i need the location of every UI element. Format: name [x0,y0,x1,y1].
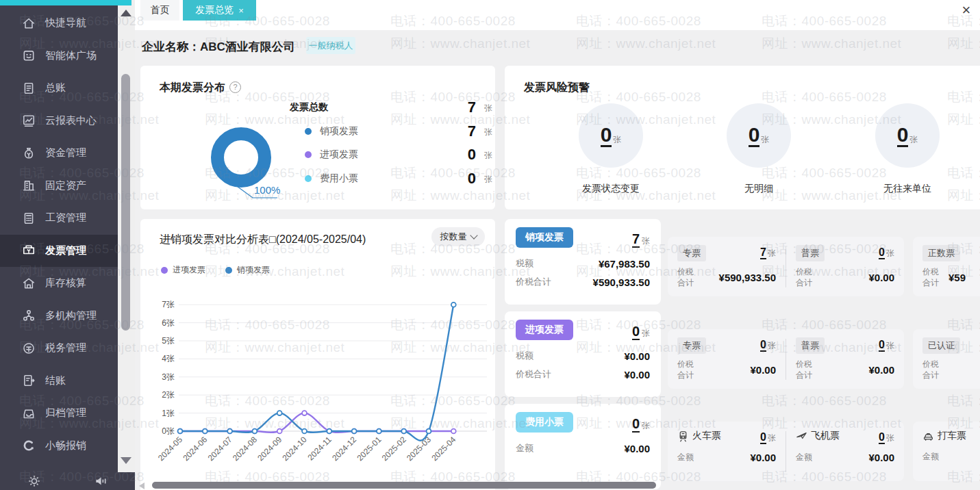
legend-dot-icon [305,175,312,182]
donut-percent-label: 100% [254,184,280,196]
sidebar-item-label: 智能体广场 [45,49,97,62]
extra-card-正数票: 正数票价税合计¥59 [913,237,980,296]
sidebar-item-label: 税务管理 [45,341,86,354]
sidebar-item-多机构管理[interactable]: 多机构管理 [0,300,118,333]
count-link[interactable]: 0 [879,246,885,259]
scroll-down-icon[interactable] [121,457,131,464]
company-name: 企业名称：ABC酒业有限公司 [142,39,295,55]
sidebar-item-label: 快捷导航 [45,16,86,29]
tab-close-icon[interactable]: × [238,5,244,16]
risk-circle: 0张 [875,103,940,168]
sidebar-item-label: 工资管理 [45,211,86,224]
sidebar-item-label: 归档管理 [45,407,86,420]
tab-home[interactable]: 首页 [140,0,179,21]
svg-text:3张: 3张 [162,372,175,382]
risk-count[interactable]: 0 [897,124,909,148]
risk-count[interactable]: 0 [601,124,612,148]
risk-item-无往来单位: 0张无往来单位 [856,103,959,195]
tab-bar [135,0,980,30]
type-button[interactable]: 进项发票 [516,320,573,340]
svg-text:2024-05: 2024-05 [156,435,184,463]
invoice-row-销项发票: 销项发票7张税额¥67,983.50价税合计¥590,933.50专票7张价税合… [505,219,980,305]
reimburse-icon [22,439,36,452]
legend-row-费用小票[interactable]: 费用小票0张 [305,170,476,187]
sidebar-item-结账[interactable]: 结账 [0,365,118,398]
sub-col-专票: 专票0张价税合计¥0.00 [668,329,786,389]
count-link[interactable]: 0 [760,431,766,444]
mute-speaker-icon[interactable] [94,474,108,488]
tax-icon [22,341,36,355]
badge-专票: 专票 [677,245,706,261]
horizontal-scrollbar-thumb[interactable] [152,482,656,489]
sidebar-item-小畅报销[interactable]: 小畅报销 [0,430,118,463]
risk-count[interactable]: 0 [749,124,760,148]
count-link[interactable]: 0 [879,339,885,352]
sidebar-item-云报表中心[interactable]: 云报表中心 [0,105,118,138]
risk-title: 发票风险预警 [524,81,590,95]
multi-org-icon [22,309,36,322]
invoice-row-进项发票: 进项发票0张税额¥0.00价税合计¥0.00专票0张价税合计¥0.00普票0张价… [505,311,980,397]
svg-text:2024-11: 2024-11 [306,435,334,463]
sidebar-item-label: 结账 [45,374,66,387]
svg-text:7张: 7张 [162,300,175,309]
chevron-down-icon [470,231,477,239]
svg-text:2024-06: 2024-06 [181,435,209,463]
invoice-icon [22,244,36,257]
type-button[interactable]: 费用小票 [516,412,573,433]
sidebar-item-label: 固定资产 [45,179,86,192]
sidebar-item-智能体广场[interactable]: 智能体广场 [0,40,118,73]
sidebar-item-label: 资金管理 [45,146,86,159]
settings-gear-icon[interactable] [27,474,41,488]
hscroll-left-icon[interactable] [139,482,145,489]
sidebar-item-库存核算[interactable]: 库存核算 [0,267,118,300]
risk-item-发票状态变更: 0张发票状态变更 [560,103,662,195]
sidebar-scrollbar-thumb[interactable] [121,74,130,331]
svg-text:2024-10: 2024-10 [281,435,309,463]
count-link[interactable]: 0 [632,416,640,433]
risk-item-无明细: 0张无明细 [707,103,810,195]
sidebar-item-label: 云报表中心 [45,114,97,127]
count-link[interactable]: 0 [632,324,640,340]
summary-card-费用小票: 费用小票0张金额¥0.00 [505,404,661,489]
chart-legend-销项发票[interactable]: 销项发票 [225,264,270,276]
sub-col-专票: 专票7张价税合计¥590,933.50 [668,237,786,296]
sidebar-item-发票管理[interactable]: 发票管理 [0,235,118,268]
sub-col-火车票: 火车票0张金额¥0.00 [668,422,786,481]
help-icon[interactable]: ? [229,81,241,93]
sub-cards: 专票0张价税合计¥0.00普票0张价税合计¥0.00 [668,329,904,389]
risk-alert-panel: 发票风险预警 0张发票状态变更0张无明细0张无往来单位 [505,66,980,209]
sidebar-item-快捷导航[interactable]: 快捷导航 [0,7,118,40]
count-link[interactable]: 0 [879,431,885,444]
sidebar-item-总账[interactable]: 总账 [0,72,118,105]
svg-text:2025-04: 2025-04 [429,435,457,463]
window-close-icon[interactable]: × [957,1,975,19]
svg-text:5张: 5张 [162,336,175,346]
extra-card-已认证: 已认证价税合计 [913,329,980,389]
invoice-row-费用小票: 费用小票0张金额¥0.00火车票0张金额¥0.00飞机票0张金额¥0.00打车票… [505,404,980,489]
donut-ring [218,134,265,181]
field-row: 税额¥0.00 [516,350,650,362]
taxi-icon [922,430,934,442]
sidebar-item-资金管理[interactable]: 资金管理 [0,137,118,170]
chart-legend-进项发票[interactable]: 进项发票 [161,264,205,276]
field-row: 价税合计¥0.00 [516,368,650,381]
sidebar-item-归档管理[interactable]: 归档管理 [0,397,118,430]
sidebar-item-固定资产[interactable]: 固定资产 [0,170,118,203]
payroll-icon [22,211,36,225]
sidebar: 快捷导航智能体广场总账云报表中心资金管理固定资产工资管理发票管理库存核算多机构管… [0,0,118,490]
sub-cards: 火车票0张金额¥0.00飞机票0张金额¥0.00 [668,422,904,481]
badge-专票: 专票 [677,337,706,354]
mode-dropdown-button[interactable]: 按数量 [431,227,485,246]
svg-text:6张: 6张 [162,318,175,328]
type-button[interactable]: 销项发票 [516,227,573,248]
count-link[interactable]: 0 [760,339,766,352]
legend-row-销项发票[interactable]: 销项发票7张 [305,123,476,140]
legend-row-进项发票[interactable]: 进项发票0张 [305,146,476,163]
field-row: 税额¥67,983.50 [516,257,650,270]
scroll-up-icon[interactable] [121,10,131,16]
sidebar-item-工资管理[interactable]: 工资管理 [0,202,118,235]
count-link[interactable]: 7 [760,246,766,259]
tab-invoice-overview[interactable]: 发票总览 × [183,0,256,21]
count-link[interactable]: 7 [632,231,640,248]
sidebar-item-税务管理[interactable]: 税务管理 [0,332,118,365]
